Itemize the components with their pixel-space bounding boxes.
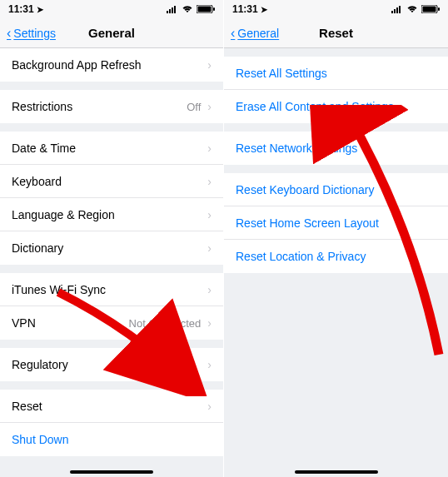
row-label: Date & Time — [12, 142, 76, 155]
row-vpn[interactable]: VPN Not Connected › — [0, 306, 223, 340]
row-reset-home-screen[interactable]: Reset Home Screen Layout — [224, 206, 448, 240]
battery-icon — [421, 5, 440, 13]
battery-icon — [197, 5, 215, 13]
home-indicator[interactable] — [295, 470, 378, 474]
chevron-right-icon: › — [207, 209, 212, 221]
chevron-left-icon: ‹ — [7, 27, 11, 40]
status-time: 11:31 — [232, 3, 258, 15]
row-reset-location-privacy[interactable]: Reset Location & Privacy — [224, 240, 448, 273]
chevron-left-icon: ‹ — [231, 27, 235, 40]
row-reset-all-settings[interactable]: Reset All Settings — [224, 57, 448, 90]
general-settings-screen: 11:31 ➤ ‹ Settings General Background Ap… — [0, 0, 224, 477]
chevron-right-icon: › — [207, 400, 212, 412]
svg-rect-2 — [172, 7, 173, 13]
chevron-right-icon: › — [207, 101, 212, 112]
svg-rect-0 — [167, 11, 168, 13]
row-label: Language & Region — [12, 208, 115, 221]
row-value: Off — [187, 101, 201, 113]
chevron-right-icon: › — [207, 242, 212, 254]
row-keyboard[interactable]: Keyboard › — [0, 165, 223, 198]
row-label: Shut Down — [12, 433, 68, 446]
row-shut-down[interactable]: Shut Down — [0, 423, 223, 456]
nav-bar: ‹ General Reset — [224, 18, 448, 48]
svg-rect-1 — [169, 9, 171, 13]
reset-screen: 11:31 ➤ ‹ General Reset Reset All Settin… — [224, 0, 448, 477]
row-label: Reset Network Settings — [236, 142, 357, 155]
status-time: 11:31 — [8, 3, 34, 15]
chevron-right-icon: › — [207, 59, 212, 71]
back-button[interactable]: ‹ General — [231, 27, 279, 40]
location-icon: ➤ — [37, 5, 43, 14]
back-label: General — [237, 27, 279, 40]
row-reset[interactable]: Reset › — [0, 390, 223, 423]
row-label: Reset Home Screen Layout — [236, 216, 379, 230]
back-button[interactable]: ‹ Settings — [7, 27, 56, 40]
row-language-region[interactable]: Language & Region › — [0, 198, 223, 231]
svg-rect-10 — [399, 6, 401, 13]
svg-rect-5 — [198, 7, 212, 12]
row-label: Reset — [12, 400, 42, 413]
row-background-app-refresh[interactable]: Background App Refresh › — [0, 48, 223, 82]
cellular-icon — [167, 5, 178, 13]
settings-list: Background App Refresh › Restrictions Of… — [0, 48, 223, 456]
svg-rect-8 — [394, 9, 396, 13]
reset-list: Reset All Settings Erase All Content and… — [224, 48, 448, 273]
svg-rect-9 — [396, 7, 398, 13]
svg-rect-6 — [213, 7, 215, 11]
row-reset-keyboard-dictionary[interactable]: Reset Keyboard Dictionary — [224, 173, 448, 206]
row-label: Restrictions — [12, 100, 72, 113]
svg-rect-12 — [423, 7, 436, 12]
row-label: Reset Keyboard Dictionary — [236, 183, 375, 196]
chevron-right-icon: › — [207, 142, 212, 154]
row-restrictions[interactable]: Restrictions Off › — [0, 90, 223, 123]
row-regulatory[interactable]: Regulatory › — [0, 348, 223, 381]
svg-rect-3 — [174, 6, 176, 13]
row-dictionary[interactable]: Dictionary › — [0, 231, 223, 265]
row-label: iTunes Wi-Fi Sync — [12, 283, 106, 296]
wifi-icon — [182, 5, 193, 13]
row-label: Keyboard — [12, 175, 62, 188]
chevron-right-icon: › — [207, 317, 212, 329]
row-erase-all-content[interactable]: Erase All Content and Settings — [224, 90, 448, 123]
chevron-right-icon: › — [207, 176, 212, 187]
chevron-right-icon: › — [207, 284, 212, 296]
row-label: Reset Location & Privacy — [236, 250, 366, 263]
svg-rect-7 — [391, 11, 393, 13]
row-label: VPN — [12, 316, 36, 330]
chevron-right-icon: › — [207, 359, 212, 370]
status-bar: 11:31 ➤ — [224, 0, 448, 18]
row-label: Reset All Settings — [236, 67, 327, 80]
row-label: Erase All Content and Settings — [236, 100, 394, 113]
row-label: Background App Refresh — [12, 58, 142, 72]
cellular-icon — [391, 5, 403, 13]
row-itunes-wifi-sync[interactable]: iTunes Wi-Fi Sync › — [0, 273, 223, 306]
wifi-icon — [406, 5, 418, 13]
row-date-time[interactable]: Date & Time › — [0, 132, 223, 165]
row-reset-network[interactable]: Reset Network Settings — [224, 132, 448, 165]
back-label: Settings — [13, 27, 56, 40]
row-label: Regulatory — [12, 358, 68, 371]
row-label: Dictionary — [12, 241, 63, 255]
row-value: Not Connected — [129, 317, 202, 330]
location-icon: ➤ — [261, 5, 267, 14]
nav-bar: ‹ Settings General — [0, 18, 223, 48]
svg-rect-13 — [438, 7, 440, 11]
home-indicator[interactable] — [70, 470, 153, 474]
status-bar: 11:31 ➤ — [0, 0, 223, 18]
